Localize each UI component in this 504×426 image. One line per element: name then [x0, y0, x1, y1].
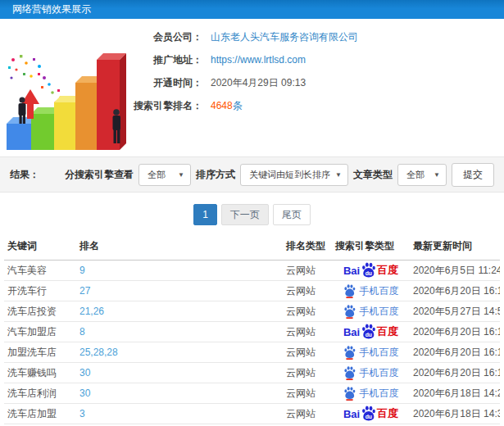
rank-type-cell: 云网站: [283, 404, 332, 424]
updated-cell: 2020年6月20日 16:12: [410, 322, 500, 342]
rank-type-cell: 云网站: [283, 322, 332, 342]
page: 网络营销效果展示: [0, 0, 504, 424]
mobile-baidu-logo: 手机百度: [343, 365, 399, 380]
rank-link[interactable]: 21,26: [79, 306, 104, 317]
rank-cell: 3: [76, 404, 283, 424]
table-row: 洗车店加盟3云网站 Bai du 百度 2020年6月18日 14:30: [4, 404, 500, 424]
rank-cell: 25,28,28: [76, 342, 283, 363]
mobile-baidu-label: 手机百度: [360, 305, 399, 319]
submit-button[interactable]: 提交: [452, 163, 494, 187]
company-link[interactable]: 山东老人头汽车服务咨询有限公司: [211, 30, 358, 44]
engine-cell: 手机百度: [332, 363, 410, 383]
baidu-logo-bai-text: Bai: [343, 265, 360, 277]
baidu-logo: Bai du 百度: [343, 323, 398, 341]
article-type-select[interactable]: 全部 ▼: [397, 164, 447, 186]
table-row: 汽车加盟店8云网站 Bai du 百度 2020年6月20日 16:12: [4, 322, 500, 342]
article-type-label: 文章类型: [353, 168, 393, 182]
svg-text:du: du: [366, 270, 372, 276]
result-label: 结果：: [10, 168, 39, 182]
rank-link[interactable]: 25,28,28: [79, 347, 118, 358]
rank-link[interactable]: 30: [79, 367, 90, 378]
rank-cell: 27: [76, 281, 283, 301]
mobile-baidu-label: 手机百度: [360, 346, 399, 360]
last-page-button[interactable]: 尾页: [273, 204, 311, 225]
table-row: 加盟洗车店25,28,28云网站 手机百度 2020年6月20日 16:11: [4, 342, 500, 363]
updated-cell: 2020年6月20日 16:16: [410, 281, 500, 301]
sort-label: 排序方式: [196, 168, 235, 182]
engine-cell: 手机百度: [332, 383, 410, 404]
ranking-count-label: 搜索引擎排名：: [127, 99, 202, 113]
updated-cell: 2020年5月27日 14:58: [410, 301, 500, 322]
baidu-paw-icon: du: [361, 405, 376, 423]
col-header-updated: 最新更新时间: [410, 233, 500, 261]
rank-link[interactable]: 9: [79, 265, 85, 276]
engine-cell: Bai du 百度: [332, 404, 410, 424]
info-section: 会员公司： 山东老人头汽车服务咨询有限公司 推广地址： https://www.…: [0, 19, 504, 156]
table-body: 汽车美容9云网站 Bai du 百度 2020年6月5日 11:24开洗车行27…: [4, 261, 500, 424]
table-row: 洗车店利润30云网站 手机百度 2020年6月18日 14:27: [4, 383, 500, 404]
rank-link[interactable]: 8: [79, 326, 85, 338]
engine-cell: 手机百度: [332, 301, 410, 322]
rank-link[interactable]: 30: [79, 387, 90, 399]
rank-cell: 8: [76, 322, 283, 342]
baidu-logo: Bai du 百度: [343, 261, 398, 279]
member-info-fields: 会员公司： 山东老人头汽车服务咨询有限公司 推广地址： https://www.…: [127, 25, 497, 117]
pagination: 1 下一页 尾页: [0, 204, 504, 225]
baidu-logo-cn-text: 百度: [377, 324, 398, 339]
rank-cell: 21,26: [76, 301, 283, 322]
open-time-label: 开通时间：: [127, 76, 202, 90]
keyword-cell: 加盟洗车店: [4, 342, 76, 363]
baidu-logo: Bai du 百度: [343, 405, 398, 423]
bar-chart-illustration: [2, 27, 126, 152]
filter-controls: 分搜索引擎查看 全部 ▼ 排序方式 关键词由短到长排序 ▼ 文章类型 全部 ▼ …: [65, 163, 494, 187]
baidu-paw-icon: du: [361, 261, 376, 279]
rank-type-cell: 云网站: [283, 281, 332, 301]
keyword-cell: 汽车加盟店: [4, 322, 76, 342]
rank-type-cell: 云网站: [283, 363, 332, 383]
rank-cell: 30: [76, 363, 283, 383]
rank-link[interactable]: 27: [79, 285, 90, 297]
updated-cell: 2020年6月18日 14:27: [410, 383, 500, 404]
info-row-company: 会员公司： 山东老人头汽车服务咨询有限公司: [127, 25, 497, 48]
engine-cell: Bai du 百度: [332, 322, 410, 342]
table-row: 洗车赚钱吗30云网站 手机百度 2020年6月20日 16:12: [4, 363, 500, 383]
rank-type-cell: 云网站: [283, 383, 332, 404]
baidu-logo-cn-text: 百度: [377, 406, 398, 421]
keyword-cell: 洗车店加盟: [4, 404, 76, 424]
bar-chart-illustration-svg: [2, 27, 126, 152]
next-page-button[interactable]: 下一页: [221, 204, 269, 225]
sort-select[interactable]: 关键词由短到长排序 ▼: [240, 164, 348, 186]
rank-cell: 30: [76, 383, 283, 404]
table-row: 汽车美容9云网站 Bai du 百度 2020年6月5日 11:24: [4, 261, 500, 281]
mobile-baidu-label: 手机百度: [360, 366, 399, 380]
engine-filter-select[interactable]: 全部 ▼: [138, 164, 191, 186]
col-header-rank: 排名: [76, 233, 283, 261]
baidu-paw-icon: [343, 304, 356, 319]
promo-url-label: 推广地址：: [127, 53, 202, 67]
baidu-paw-icon: [343, 365, 356, 380]
baidu-paw-icon: [343, 386, 356, 401]
svg-text:du: du: [366, 332, 372, 338]
engine-filter-label: 分搜索引擎查看: [65, 168, 134, 182]
rank-type-cell: 云网站: [283, 342, 332, 363]
baidu-logo-bai-text: Bai: [343, 326, 360, 338]
rankings-table: 关键词 排名 排名类型 搜索引擎类型 最新更新时间 汽车美容9云网站 Bai d…: [4, 233, 500, 424]
keyword-cell: 开洗车行: [4, 281, 76, 301]
updated-cell: 2020年6月20日 16:12: [410, 363, 500, 383]
col-header-keyword: 关键词: [4, 233, 76, 261]
info-row-url: 推广地址： https://www.lrtlsd.com: [127, 48, 497, 71]
engine-cell: 手机百度: [332, 281, 410, 301]
ranking-count-unit: 条: [233, 99, 243, 113]
keyword-cell: 洗车店投资: [4, 301, 76, 322]
chevron-down-icon: ▼: [178, 171, 184, 179]
col-header-rank-type: 排名类型: [283, 233, 332, 261]
engine-cell: 手机百度: [332, 342, 410, 363]
page-1-button[interactable]: 1: [193, 204, 217, 225]
promo-url-link[interactable]: https://www.lrtlsd.com: [211, 54, 306, 66]
page-title: 网络营销效果展示: [12, 2, 91, 16]
chevron-down-icon: ▼: [434, 171, 440, 179]
svg-text:du: du: [366, 414, 372, 419]
rank-type-cell: 云网站: [283, 301, 332, 322]
table-row: 开洗车行27云网站 手机百度 2020年6月20日 16:16: [4, 281, 500, 301]
rank-link[interactable]: 3: [79, 408, 85, 419]
